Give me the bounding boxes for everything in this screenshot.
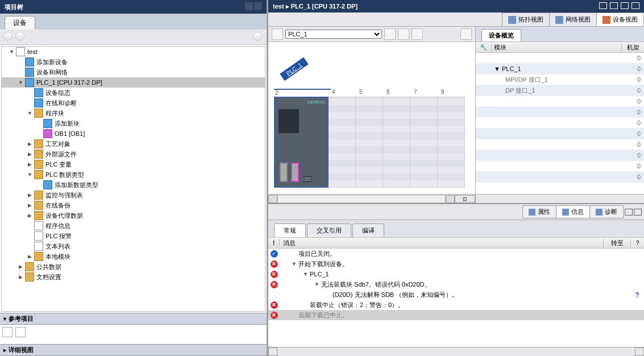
expand-icon[interactable]: ▼ bbox=[27, 172, 33, 178]
editor-hscroll[interactable]: ⊡ bbox=[268, 194, 475, 203]
expand-icon[interactable]: ▶ bbox=[27, 141, 33, 147]
expand-icon[interactable]: ▶ bbox=[27, 202, 33, 209]
message-row[interactable]: ✕▼PLC_1 bbox=[268, 269, 644, 279]
scroll-left-icon[interactable] bbox=[268, 195, 277, 203]
expand-icon[interactable]: ▼ bbox=[18, 80, 24, 86]
collapse-icon[interactable] bbox=[245, 2, 253, 10]
tree-item[interactable]: ▶文档设置 bbox=[2, 272, 265, 282]
overview-row[interactable]: DP 接口_10 bbox=[476, 85, 644, 96]
tree-item[interactable]: 文本列表 bbox=[2, 241, 265, 251]
nav-back-icon[interactable] bbox=[3, 32, 13, 41]
tree-item[interactable]: ▶监控与强制表 bbox=[2, 190, 265, 200]
message-row[interactable]: (D20D) 无法解释 SDB （例如，未知编号）。? bbox=[268, 289, 644, 300]
expand-icon[interactable] bbox=[27, 100, 33, 106]
tree-item[interactable]: ▶在线备份 bbox=[2, 200, 265, 210]
project-tree[interactable]: ▼test添加新设备设备和网络▼PLC_1 [CPU 317-2 DP]设备组态… bbox=[1, 46, 265, 312]
window-max-icon[interactable] bbox=[621, 2, 629, 9]
window-min-icon[interactable] bbox=[599, 2, 607, 9]
ref-tool-1-icon[interactable] bbox=[2, 327, 13, 337]
empty-slot[interactable] bbox=[329, 97, 356, 188]
tree-item[interactable]: 添加新数据类型 bbox=[2, 180, 265, 190]
empty-slot[interactable] bbox=[356, 97, 383, 188]
expand-icon[interactable]: ▶ bbox=[18, 274, 24, 280]
tree-item[interactable]: ▶外部源文件 bbox=[2, 149, 265, 159]
expand-icon[interactable]: ▼ bbox=[27, 110, 33, 117]
expand-icon[interactable] bbox=[18, 69, 24, 76]
dp-port[interactable] bbox=[291, 163, 299, 182]
inspector-min-icon[interactable] bbox=[625, 209, 633, 216]
expand-icon[interactable]: ▶ bbox=[27, 192, 33, 198]
tree-item[interactable]: ▶工艺对象 bbox=[2, 139, 265, 149]
detail-view-header[interactable]: ▸ 详细视图 bbox=[0, 344, 267, 356]
devices-tab[interactable]: 设备 bbox=[5, 16, 35, 30]
plc-link[interactable]: PLC_1 bbox=[280, 57, 308, 81]
tree-item[interactable]: 添加新设备 bbox=[2, 57, 265, 67]
rack-view[interactable]: PLC_1 245678 SIEMENS ▢▢ bbox=[268, 42, 475, 194]
tree-item[interactable]: ▶PLC 变量 bbox=[2, 159, 265, 169]
scroll-right-icon[interactable] bbox=[635, 347, 644, 356]
tree-item[interactable]: PLC 报警 bbox=[2, 231, 265, 241]
zoom-indicator[interactable]: ⊡ bbox=[455, 195, 475, 203]
tree-options-icon[interactable] bbox=[253, 32, 262, 41]
tab-diagnostics[interactable]: 诊断 bbox=[589, 205, 624, 218]
tab-device[interactable]: 设备视图 bbox=[596, 13, 644, 26]
inspector-max-icon[interactable] bbox=[634, 209, 642, 216]
overview-row[interactable]: 0 bbox=[476, 172, 644, 183]
expand-icon[interactable] bbox=[27, 223, 33, 229]
tree-item[interactable]: ▶本地模块 bbox=[2, 251, 265, 262]
cpu-module[interactable]: SIEMENS ▢▢ bbox=[274, 97, 329, 188]
tree-item[interactable]: 在线和诊断 bbox=[2, 98, 265, 108]
tab-topology[interactable]: 拓扑视图 bbox=[502, 13, 550, 26]
scroll-right-icon[interactable] bbox=[446, 195, 455, 203]
device-select[interactable]: PLC_1 bbox=[285, 30, 382, 39]
reference-project-header[interactable]: ▾ 参考项目 bbox=[0, 313, 267, 325]
scroll-track[interactable] bbox=[277, 347, 635, 356]
tab-network[interactable]: 网络视图 bbox=[549, 13, 597, 26]
expand-icon[interactable]: ▶ bbox=[27, 213, 33, 219]
tree-item[interactable]: 添加新块 bbox=[2, 118, 265, 129]
overview-row[interactable]: 0 bbox=[476, 53, 644, 64]
message-row[interactable]: ✕后期下载已中止。 bbox=[268, 310, 644, 320]
expand-icon[interactable]: ▶ bbox=[18, 264, 24, 270]
expand-icon[interactable]: ▶ bbox=[27, 254, 33, 260]
message-hscroll[interactable] bbox=[268, 347, 644, 356]
tree-item[interactable]: 设备组态 bbox=[2, 88, 265, 98]
tree-item[interactable]: OB1 [OB1] bbox=[2, 129, 265, 139]
tb-icon-2[interactable] bbox=[398, 28, 409, 40]
tree-item[interactable]: ▼PLC_1 [CPU 317-2 DP] bbox=[2, 77, 265, 88]
message-row[interactable]: ✓项目已关闭。 bbox=[268, 249, 644, 259]
sub-tab-crossref[interactable]: 交叉引用 bbox=[307, 223, 351, 237]
empty-slot[interactable] bbox=[438, 97, 465, 188]
overview-row[interactable]: 0 bbox=[476, 118, 644, 129]
empty-slot[interactable] bbox=[410, 97, 438, 188]
tree-item[interactable]: 设备和网络 bbox=[2, 67, 265, 77]
expand-icon[interactable] bbox=[36, 131, 42, 137]
overview-row[interactable]: 0 bbox=[476, 161, 644, 172]
expand-icon[interactable] bbox=[36, 121, 42, 127]
overview-row[interactable]: 0 bbox=[476, 96, 644, 107]
tree-item[interactable]: ▼程序块 bbox=[2, 108, 265, 118]
overview-row[interactable]: 0 bbox=[476, 129, 644, 139]
tree-item[interactable]: ▶公共数据 bbox=[2, 262, 265, 272]
tree-item[interactable]: 程序信息 bbox=[2, 221, 265, 231]
expand-icon[interactable]: ▼ bbox=[9, 49, 15, 55]
tb-icon-4[interactable] bbox=[460, 28, 472, 40]
message-row[interactable]: ✕装载中止（错误：2；警告：0）。 bbox=[268, 300, 644, 310]
nav-fwd-icon[interactable] bbox=[15, 32, 24, 41]
overview-row[interactable]: MPI/DP 接口_10 bbox=[476, 74, 644, 85]
tb-icon-3[interactable] bbox=[412, 28, 423, 40]
window-close-icon[interactable] bbox=[631, 2, 639, 9]
overview-tab[interactable]: 设备概览 bbox=[481, 29, 521, 42]
overview-row[interactable]: 0 bbox=[476, 150, 644, 161]
expand-icon[interactable] bbox=[36, 182, 42, 188]
empty-slot[interactable] bbox=[383, 97, 410, 188]
tab-properties[interactable]: 属性 bbox=[522, 205, 556, 218]
device-selector-icon[interactable] bbox=[272, 28, 283, 40]
sub-tab-compile[interactable]: 编译 bbox=[352, 223, 384, 237]
message-row[interactable]: ✕▼无法装载块 Sdb7。错误代码 0xD20D。 bbox=[268, 279, 644, 289]
expand-icon[interactable] bbox=[27, 90, 33, 96]
mpi-dp-port[interactable] bbox=[280, 163, 288, 182]
window-restore-icon[interactable] bbox=[610, 2, 618, 9]
scroll-track[interactable] bbox=[277, 195, 446, 203]
expand-icon[interactable] bbox=[18, 59, 24, 65]
